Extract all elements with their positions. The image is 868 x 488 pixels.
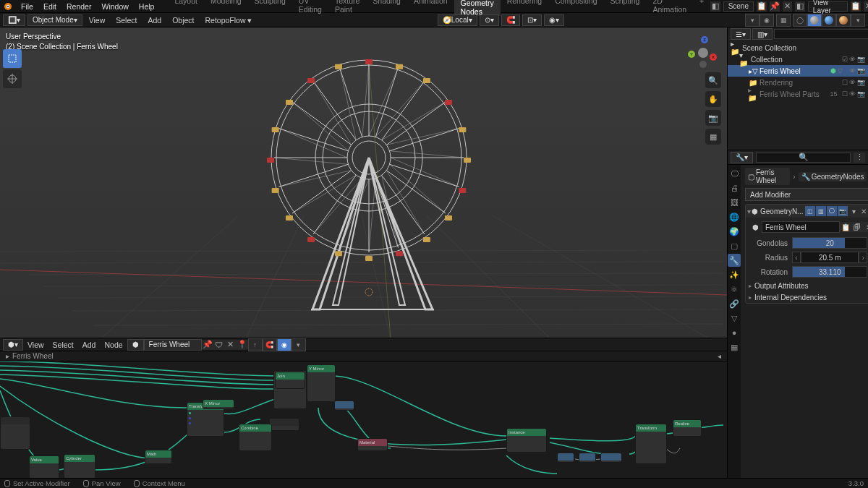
delete-modifier-icon[interactable]: ✕ [859,207,868,215]
node-parent-icon[interactable]: ↑ [248,338,263,351]
node[interactable]: Y Mirror [307,364,336,402]
viewport-toggle-icon[interactable]: 🖵 [827,206,837,216]
layer-new-icon[interactable]: 📋 [851,1,861,12]
editor-type-icon[interactable]: 🔳▾ [3,14,25,26]
output-attributes-header[interactable]: Output Attributes [746,280,868,291]
layer-delete-icon[interactable]: ✕ [864,1,868,12]
hide-toggle-icon[interactable]: 👁 [849,79,856,86]
tab-uv-editing[interactable]: UV Editing [292,0,328,16]
viewport-menu-view[interactable]: View [85,16,110,25]
outliner-search[interactable] [774,29,868,39]
node[interactable]: Math [145,450,172,464]
modifier-name[interactable]: GeometryN... [759,207,804,215]
node[interactable]: Value [29,455,59,478]
viewport-3d[interactable]: User Perspective (2) Scene Collection | … [0,27,727,338]
node[interactable]: Join [275,372,305,389]
tab-scene-icon[interactable]: 🌐 [728,210,741,223]
tree-row-ferris-wheel[interactable]: ▸▽ Ferris Wheel ⬢▽ 👁📷 [728,65,868,77]
node[interactable]: Combine [239,424,272,451]
node[interactable]: Material [357,438,388,451]
snap-mode-dropdown[interactable]: ⊡▾ [522,14,542,26]
node[interactable] [269,418,299,431]
tool-cursor[interactable] [3,69,22,88]
node[interactable] [579,453,596,463]
exclude-toggle-icon[interactable]: ☐ [842,90,848,98]
tab-modeling[interactable]: Modeling [204,0,248,16]
menu-file[interactable]: File [16,2,38,11]
node-path-breadcrumb[interactable]: ▸ Ferris Wheel ◂ [0,351,727,361]
scene-new-icon[interactable]: 📋 [757,1,767,12]
node-overlay-icon[interactable]: ◉ [277,338,292,351]
disable-render-icon[interactable]: 📷 [857,67,865,74]
node-menu-view[interactable]: View [23,341,48,349]
perspective-toggle-icon[interactable]: ▦ [705,129,721,145]
node-overlay-dropdown[interactable]: ▾ [292,338,306,351]
scene-browse-icon[interactable]: ◧ [710,1,720,12]
tab-mesh-icon[interactable]: ▽ [728,312,741,325]
tab-physics-icon[interactable]: ⚛ [728,283,741,296]
object-mode-dropdown[interactable]: Object Mode ▾ [27,14,82,26]
proportional-toggle[interactable]: ◉▾ [544,14,564,26]
snap-toggle[interactable]: 🧲 [501,14,520,26]
tab-viewlayer-icon[interactable]: 🖼 [728,196,741,209]
node[interactable]: Transform [635,424,667,464]
tab-constraints-icon[interactable]: 🔗 [728,297,741,310]
tab-sculpting[interactable]: Sculpting [248,0,292,16]
tree-row-collection[interactable]: ▾📁 Collection ☑👁📷 [728,53,868,65]
node-group-browse-icon[interactable]: ⬢ [127,339,144,351]
increase-icon[interactable]: › [859,252,867,263]
node[interactable] [334,401,354,411]
zoom-tool-icon[interactable]: 🔍 [705,72,721,88]
node[interactable] [600,453,622,463]
camera-view-icon[interactable]: 📷 [705,110,721,126]
tool-select-box[interactable] [3,49,22,68]
wireframe-shading[interactable]: ◯ [793,14,807,27]
node-snap-icon[interactable]: 🧲 [263,338,277,351]
tree-row-parts[interactable]: ▸📁 Ferris Wheel Parts 15 ☐👁📷 [728,88,868,100]
layer-browse-icon[interactable]: ◧ [795,1,804,12]
tab-layout[interactable]: Layout [168,0,204,16]
tab-add-workspace[interactable]: + [693,0,710,16]
add-modifier-button[interactable]: Add Modifier [745,188,868,201]
viewport-menu-object[interactable]: Object [168,16,198,25]
tab-texture-paint[interactable]: Texture Paint [328,0,366,16]
shading-options-dropdown[interactable]: ▾ [851,14,865,27]
viewport-menu-select[interactable]: Select [111,16,141,25]
node-group-unlink-icon[interactable]: ✕ [225,340,237,350]
edit-mode-toggle-icon[interactable]: ▥ [816,206,826,216]
tab-2d-animation[interactable]: 2D Animation [646,0,693,16]
param-value[interactable]: 33.110 [792,266,867,278]
node-group-name[interactable]: Ferris Wheel [762,221,840,233]
menu-edit[interactable]: Edit [38,2,61,11]
tab-output-icon[interactable]: 🖨 [728,181,741,194]
properties-search[interactable]: 🔍 [756,153,851,163]
hide-toggle-icon[interactable]: 👁 [849,56,856,63]
render-toggle-icon[interactable]: 📷 [838,206,848,216]
node-group-pin-icon[interactable]: 📌 [202,340,213,350]
show-overlays-toggle[interactable]: ◉ [760,14,774,27]
tab-particles-icon[interactable]: ✨ [728,268,741,281]
transform-orientation-dropdown[interactable]: 🧭 Local ▾ [438,14,477,26]
node-menu-select[interactable]: Select [48,341,78,349]
node-group-name-field[interactable]: Ferris Wheel [144,339,202,351]
tab-render-icon[interactable]: 🖵 [728,167,741,180]
disable-render-icon[interactable]: 📷 [857,79,865,86]
retopoflow-addon[interactable]: RetopoFlow ▾ [201,16,257,25]
outliner-display-mode[interactable]: ▥▾ [752,28,773,40]
node[interactable] [0,416,30,450]
scene-name-field[interactable]: Scene [723,1,754,12]
browse-nodegroup-icon[interactable]: ⬢ [749,223,762,231]
param-value[interactable]: 20.5 m [801,252,859,263]
rendered-shading[interactable] [836,14,851,27]
expand-icon[interactable]: ▾ [747,207,751,215]
menu-render[interactable]: Render [61,2,96,11]
node-editor-type-icon[interactable]: ⬢▾ [3,339,23,351]
node-menu-node[interactable]: Node [100,341,127,349]
pivot-point-dropdown[interactable]: ⊙▾ [480,14,499,26]
edit-cage-toggle-icon[interactable]: ◫ [805,206,815,216]
properties-options-icon[interactable]: ⋮ [854,153,865,163]
tab-modifiers-icon[interactable]: 🔧 [728,254,741,267]
node[interactable] [557,453,574,463]
node[interactable]: Instance [506,428,547,453]
scene-pin-icon[interactable]: 📌 [770,1,780,12]
